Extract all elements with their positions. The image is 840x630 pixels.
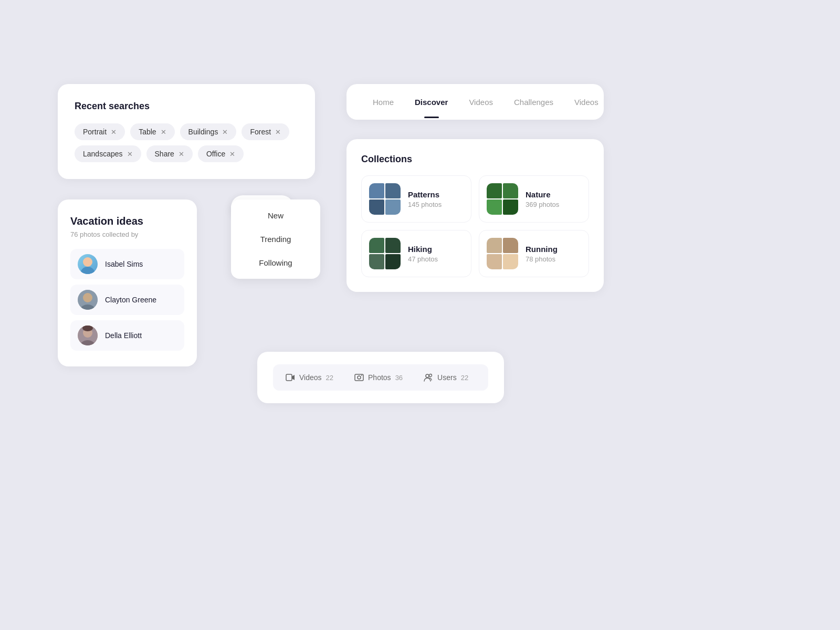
svg-point-13 [361, 375, 362, 376]
nav-tab-challenges-label: Challenges [514, 98, 553, 107]
collections-grid: Patterns 145 photos Nature 369 photos [361, 175, 589, 277]
collection-count-hiking: 47 photos [408, 255, 438, 263]
collection-thumb-running [487, 238, 518, 269]
collections-title: Collections [361, 154, 589, 165]
tag-landscapes[interactable]: Landscapes ✕ [75, 145, 141, 162]
collection-info-hiking: Hiking 47 photos [408, 245, 438, 263]
users-icon [424, 373, 433, 382]
collection-running[interactable]: Running 78 photos [479, 230, 589, 277]
person-name-della: Della Elliott [105, 331, 142, 340]
tag-close-icon[interactable]: ✕ [275, 129, 281, 135]
thumb-cell [503, 183, 518, 198]
collection-info-patterns: Patterns 145 photos [408, 190, 442, 208]
svg-point-12 [358, 376, 361, 379]
person-name-isabel: Isabel Sims [105, 260, 143, 268]
stats-tab-photos[interactable]: Photos 36 [345, 368, 412, 387]
nav-tab-home[interactable]: Home [362, 86, 404, 118]
tag-table[interactable]: Table ✕ [130, 123, 174, 140]
tag-close-icon[interactable]: ✕ [127, 151, 133, 158]
photo-icon [354, 373, 364, 382]
nav-tab-home-label: Home [373, 98, 394, 107]
thumb-cell [385, 254, 401, 269]
collection-name-patterns: Patterns [408, 190, 442, 199]
tag-label: Landscapes [83, 150, 123, 158]
stats-tab-users[interactable]: Users 22 [414, 368, 478, 387]
stats-users-count: 22 [461, 374, 468, 382]
nav-card: Home Discover Videos Challenges Videos [346, 84, 604, 120]
svg-point-0 [83, 257, 92, 267]
person-item-isabel[interactable]: Isabel Sims [70, 249, 184, 279]
recent-searches-card: Recent searches Portrait ✕ Table ✕ Build… [58, 84, 315, 179]
thumb-cell [369, 200, 384, 215]
tag-share[interactable]: Share ✕ [146, 145, 193, 162]
avatar-della [78, 326, 98, 345]
collection-nature[interactable]: Nature 369 photos [479, 175, 589, 223]
menu-item-new[interactable]: New [231, 204, 320, 227]
avatar-clayton [78, 290, 98, 310]
svg-rect-10 [286, 374, 292, 381]
tag-label: Share [155, 150, 174, 158]
svg-point-15 [429, 374, 432, 377]
collection-name-running: Running [526, 245, 558, 254]
svg-point-1 [81, 268, 94, 274]
stats-tab-videos[interactable]: Videos 22 [276, 368, 343, 387]
stats-videos-label: Videos [299, 373, 322, 382]
collection-thumb-hiking [369, 238, 401, 269]
tag-close-icon[interactable]: ✕ [178, 151, 184, 158]
thumb-cell [487, 254, 502, 269]
nav-tab-videos-label: Videos [469, 98, 493, 107]
stats-photos-label: Photos [368, 373, 391, 382]
menu-item-trending[interactable]: Trending [231, 227, 320, 251]
nav-tab-discover-label: Discover [415, 98, 448, 107]
tags-container: Portrait ✕ Table ✕ Buildings ✕ Forest ✕ … [75, 123, 298, 162]
thumb-cell [503, 238, 518, 253]
tag-forest[interactable]: Forest ✕ [242, 123, 289, 140]
collection-count-patterns: 145 photos [408, 201, 442, 208]
collection-thumb-patterns [369, 183, 401, 215]
thumb-cell [487, 238, 502, 253]
thumb-cell [369, 183, 384, 198]
tag-close-icon[interactable]: ✕ [161, 129, 166, 135]
thumb-cell [369, 254, 384, 269]
menu-item-following[interactable]: Following [231, 251, 320, 275]
vacation-subtitle: 76 photos collected by [70, 230, 184, 238]
tag-close-icon[interactable]: ✕ [222, 129, 228, 135]
tag-close-icon[interactable]: ✕ [229, 151, 235, 158]
collection-hiking[interactable]: Hiking 47 photos [361, 230, 471, 277]
nav-tab-videos2[interactable]: Videos [564, 86, 609, 118]
person-item-della[interactable]: Della Elliott [70, 320, 184, 351]
stats-card: Videos 22 Photos 36 [257, 352, 504, 403]
thumb-cell [503, 200, 518, 215]
person-name-clayton: Clayton Greene [105, 296, 156, 304]
nav-tab-challenges[interactable]: Challenges [503, 86, 564, 118]
tag-buildings[interactable]: Buildings ✕ [180, 123, 237, 140]
vacation-title: Vacation ideas [70, 215, 184, 227]
nav-tabs: Home Discover Videos Challenges Videos [346, 84, 604, 120]
tag-office[interactable]: Office ✕ [198, 145, 244, 162]
collection-info-running: Running 78 photos [526, 245, 558, 263]
vacation-ideas-card: Vacation ideas 76 photos collected by Is… [58, 200, 197, 366]
nav-tab-videos[interactable]: Videos [458, 86, 503, 118]
thumb-cell [385, 183, 401, 198]
collections-card: Collections Patterns 145 photos [346, 139, 604, 292]
nav-tab-videos2-label: Videos [574, 98, 598, 107]
collection-name-nature: Nature [526, 190, 559, 199]
person-item-clayton[interactable]: Clayton Greene [70, 285, 184, 315]
svg-point-14 [426, 374, 429, 377]
thumb-cell [385, 200, 401, 215]
collection-patterns[interactable]: Patterns 145 photos [361, 175, 471, 223]
tag-label: Buildings [188, 128, 218, 136]
collection-count-nature: 369 photos [526, 201, 559, 208]
svg-point-4 [83, 293, 92, 302]
trending-menu: New Trending Following [231, 200, 320, 279]
stats-videos-count: 22 [326, 374, 333, 382]
collection-thumb-nature [487, 183, 518, 215]
tag-portrait[interactable]: Portrait ✕ [75, 123, 125, 140]
thumb-cell [369, 238, 384, 253]
collection-count-running: 78 photos [526, 255, 558, 263]
avatar-isabel [78, 254, 98, 274]
nav-tab-discover[interactable]: Discover [404, 86, 458, 118]
tag-close-icon[interactable]: ✕ [111, 129, 117, 135]
thumb-cell [503, 254, 518, 269]
recent-searches-title: Recent searches [75, 101, 298, 112]
